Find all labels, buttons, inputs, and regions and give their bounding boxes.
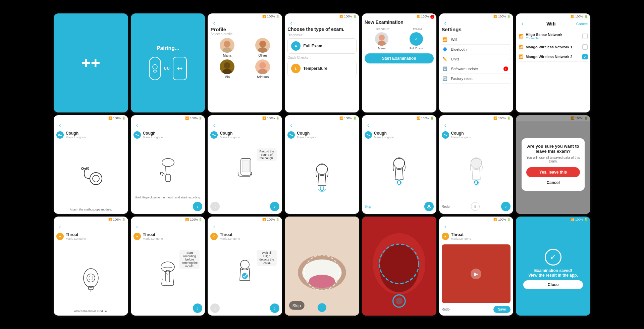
alert-title: Are you sure you want to leave this exam… [526, 144, 580, 154]
save-button[interactable]: Save [493, 306, 511, 313]
play-button[interactable]: ▶ [471, 269, 481, 279]
settings-update[interactable]: ⬇️ Software update 1 › [442, 64, 511, 74]
signal-icon: 📶 [417, 116, 420, 120]
next-button[interactable]: › [270, 303, 279, 313]
next-button[interactable]: › [501, 202, 511, 211]
profile-name-oliver: Oliver [258, 54, 267, 57]
next-button[interactable]: › [193, 303, 202, 313]
throat-caption: Attach the throat module. [56, 310, 125, 313]
svg-point-35 [89, 276, 93, 280]
thermometer-symbol: 🌡 [294, 66, 298, 71]
status-bar: 📶 100% 🔋 [131, 217, 205, 223]
svg-point-5 [258, 47, 267, 53]
screen-pairing: Pairing... ++ [131, 13, 205, 112]
girl-illustration-redo [442, 142, 511, 201]
pairing-title: Pairing... [157, 45, 179, 51]
back-button[interactable]: ‹ [133, 121, 203, 130]
exam-header: Cough Maria Longorio [287, 130, 357, 140]
wave2 [167, 67, 169, 70]
battery-text: 100% [498, 116, 506, 120]
confirm-leave-button[interactable]: Yes, leave this [526, 167, 580, 177]
pause-button[interactable]: ⏸ [471, 202, 480, 211]
throat-symbol: ● [444, 235, 446, 238]
nav-bottom: › [133, 302, 203, 314]
exam-type-title: Choose the type of exam. [287, 27, 357, 32]
profile-maria[interactable]: Maria [210, 38, 244, 57]
wifi-waves [164, 67, 169, 70]
signal-icon: 📶 [185, 116, 189, 120]
back-button[interactable]: ‹ [365, 121, 434, 130]
throat-video: ▶ [442, 244, 511, 303]
svg-point-50 [318, 303, 326, 312]
chevron-icon: › [509, 67, 511, 71]
next-button[interactable]: › [270, 202, 279, 211]
svg-point-40 [166, 271, 169, 274]
app-grid: ++ Pairing... ++ [0, 0, 644, 329]
redo-button[interactable]: Redo [442, 308, 450, 311]
profile-mia[interactable]: Mia [210, 59, 244, 79]
redo-button[interactable]: Redo [442, 205, 450, 208]
back-button[interactable]: ‹ [56, 121, 125, 130]
battery-icon: 🔋 [122, 116, 125, 120]
start-examination-button[interactable]: Start Examination [365, 53, 434, 63]
svg-point-12 [90, 173, 102, 185]
network-mango1[interactable]: 📶 Mango Wireless Network 1 [519, 42, 588, 52]
uvula-illustration: Wait till Hilgo detects the uvula. [210, 243, 279, 302]
settings-wifi[interactable]: 📶 Wifi › [442, 35, 511, 45]
profile-oliver[interactable]: Oliver [246, 38, 279, 57]
back-button[interactable]: ‹ [133, 223, 203, 231]
temperature-option[interactable]: 🌡 Temperature [287, 61, 357, 76]
back-button[interactable]: ‹ [210, 223, 279, 231]
battery-text: 100% [267, 218, 275, 221]
close-button[interactable]: Close [523, 280, 583, 289]
settings-units[interactable]: ✏️ Units › [442, 54, 511, 64]
settings-factory[interactable]: 🔄 Factory reset › [442, 74, 511, 84]
back-button[interactable]: ‹ [287, 19, 295, 27]
exam-info: Throat Maria Longorio [220, 232, 240, 240]
network-hilgo[interactable]: 📶 Hilgo Sense Network Connected [519, 31, 588, 42]
exam-info: Cough Maria Longorio [297, 131, 317, 139]
device-phone: ++ [173, 57, 187, 80]
settings-bluetooth-label: Bluetooth [451, 47, 509, 51]
throat-title: Throat [66, 232, 86, 237]
signal-icon: 📶 [262, 218, 266, 221]
back-button[interactable]: ‹ [442, 19, 449, 27]
avatar-mia [220, 59, 234, 74]
back-button[interactable]: ‹ [287, 121, 357, 130]
svg-point-7 [222, 69, 232, 74]
full-exam-icon: ● [291, 41, 301, 51]
back-button[interactable]: ‹ [56, 223, 125, 231]
exam-info: Throat Maria Longorio [451, 232, 471, 240]
cough-patient: Maria Longorio [374, 136, 394, 139]
back-button[interactable]: ‹ [210, 19, 218, 27]
wifi-signal-icon: 📶 [519, 54, 524, 59]
full-exam-option[interactable]: ● Full Exam [287, 38, 357, 54]
profile-addison[interactable]: Addison [246, 59, 279, 79]
back-button[interactable]: ‹ [442, 223, 511, 231]
battery-icon: 🔋 [430, 116, 434, 120]
hold-caption: Hold Hilgo close to the mouth and start … [133, 196, 203, 199]
battery-text: 100% [267, 116, 275, 120]
back-button[interactable]: ‹ [210, 121, 279, 130]
prev-button[interactable]: ‹ [210, 303, 220, 313]
throat-icon: ● [442, 233, 449, 240]
next-button[interactable]: › [193, 202, 202, 211]
back-button[interactable]: ‹ [519, 19, 526, 28]
network-hilgo-info: Hilgo Sense Network Connected [526, 33, 582, 40]
profile-grid: Maria Oliver [210, 38, 279, 79]
status-bar: 📶 100% 🔋 [208, 13, 282, 19]
back-button[interactable]: ‹ [442, 121, 511, 130]
profile-name-mia: Mia [224, 75, 230, 79]
mic-active-icon[interactable] [424, 202, 434, 211]
network-mango2[interactable]: 📶 Mango Wireless Network 2 ✓ [519, 52, 588, 62]
battery-text: 100% [190, 218, 198, 221]
skip-button[interactable]: Skip [365, 205, 371, 208]
wave1 [164, 67, 166, 70]
exam-header: Cough Maria Longorio [210, 130, 279, 140]
prev-button[interactable]: ‹ [210, 202, 220, 211]
wifi-cancel-button[interactable]: Cancel [576, 22, 588, 26]
settings-bluetooth[interactable]: 🔷 Bluetooth › [442, 45, 511, 54]
svg-point-42 [242, 273, 248, 279]
cancel-button[interactable]: Cancel [526, 180, 580, 185]
exam-header: ● Throat Maria Longorio [56, 231, 125, 242]
